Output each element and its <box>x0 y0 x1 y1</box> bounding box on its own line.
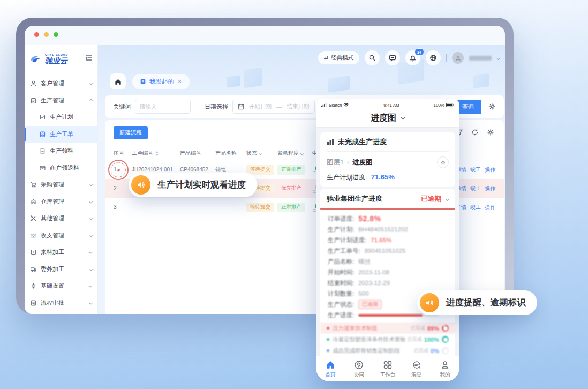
card-heading: 未完成生产进度 <box>327 137 449 152</box>
collapse-up-button[interactable] <box>437 156 449 168</box>
banner-building <box>227 75 240 88</box>
breadcrumb: 图层1 › 进度图 <box>327 152 449 172</box>
urgency-badge: 优先排产 <box>277 184 305 193</box>
tab-collaborate[interactable]: 协同 <box>345 356 374 381</box>
chevron-down-icon <box>89 267 93 271</box>
truck-icon <box>30 266 37 273</box>
sidebar-item-production-plan[interactable]: 生产计划 <box>25 109 97 126</box>
breadcrumb-parent[interactable]: 图层1 <box>327 158 344 167</box>
urgency-badge: 正常排产 <box>277 165 305 175</box>
tab-workbench[interactable]: 工作台 <box>373 356 402 381</box>
home-icon <box>326 360 335 370</box>
battery-status: 100% <box>434 103 454 108</box>
gear-icon <box>30 282 37 289</box>
detail-row: 订单进度:52.8% <box>328 213 448 224</box>
plan-progress-line: 生产计划进度: 71.65% <box>327 172 449 182</box>
complete-link[interactable]: 竣工 <box>470 204 481 211</box>
tab-profile[interactable]: 我的 <box>431 356 459 381</box>
date-start-placeholder: 开始日期 <box>249 103 272 110</box>
maximize-window-button[interactable] <box>54 32 58 37</box>
banner-building <box>473 73 489 88</box>
topbar-divider <box>446 54 447 62</box>
overdue-badge: 已逾期 <box>358 300 382 309</box>
sidebar-item-merchant-return[interactable]: 商户领退料 <box>25 160 97 177</box>
sidebar-item-other[interactable]: 其他管理 <box>25 210 97 227</box>
notification-bell-icon[interactable]: 34 <box>405 50 420 65</box>
chevron-down-icon <box>89 301 93 305</box>
progress-ring-icon <box>442 347 449 354</box>
signal-bars-icon <box>321 103 327 107</box>
sidebar-item-settings[interactable]: 基础设置 <box>25 278 97 295</box>
classic-mode-button[interactable]: ⇄ 经典模式 <box>318 51 359 64</box>
operate-link[interactable]: 操作 <box>485 185 495 192</box>
swap-icon: ⇄ <box>324 55 328 61</box>
detail-row: 生产计划:BH484051521202 <box>328 224 448 235</box>
sidebar: CHYE CLOUD 驰业云 客户管理 生产管理 <box>25 45 98 314</box>
sidebar-item-work-order[interactable]: 生产工单 <box>25 126 97 143</box>
header-code: 产品编号 <box>180 149 215 157</box>
sidebar-item-warehouse[interactable]: 仓库管理 <box>25 193 97 211</box>
callout-overdue-reminder: 进度提醒、逾期标识 <box>417 290 537 315</box>
progress-ring-icon <box>442 336 449 343</box>
minimize-window-button[interactable] <box>44 32 49 37</box>
phone-page-title[interactable]: 进度图 <box>316 109 459 128</box>
bullet-dot <box>327 327 329 330</box>
refresh-icon[interactable] <box>471 129 479 136</box>
date-range-picker[interactable]: 开始日期 — 结束日期 <box>232 100 315 114</box>
header-order[interactable]: 工单编号 <box>132 149 180 157</box>
globe-icon[interactable] <box>426 50 441 65</box>
file-icon <box>39 147 46 154</box>
tab-my-initiated[interactable]: 我发起的 ✕ <box>132 74 190 89</box>
sidebar-item-finance[interactable]: 收支管理 <box>25 227 97 244</box>
complete-link[interactable]: 竣工 <box>470 166 481 174</box>
close-tab-icon[interactable]: ✕ <box>177 79 182 85</box>
home-tab-button[interactable] <box>110 73 126 89</box>
window-controls <box>34 32 58 37</box>
date-label: 日期选择 <box>205 103 228 111</box>
work-order-icon <box>39 131 46 138</box>
logo-row: CHYE CLOUD 驰业云 <box>25 45 97 73</box>
banknote-icon <box>30 232 37 239</box>
approval-doc-icon <box>30 300 37 306</box>
overdue-status-label: 已逾期 <box>421 194 442 204</box>
avatar[interactable] <box>452 52 464 64</box>
operate-link[interactable]: 操作 <box>485 204 495 211</box>
status-badge: 等待提交 <box>246 203 274 212</box>
sidebar-item-material-request[interactable]: 生产领料 <box>25 143 97 160</box>
chevron-down-icon <box>89 234 93 237</box>
tab-messages[interactable]: 消息 <box>402 356 431 381</box>
sidebar-item-incoming-processing[interactable]: 来料加工 <box>25 244 97 261</box>
header-urgency[interactable]: 紧急程度 <box>277 149 312 157</box>
search-icon[interactable] <box>365 50 380 65</box>
task-row[interactable]: 冷凝定型塑造泽条件技术需验 已完成 100% <box>320 334 455 345</box>
chevron-up-icon <box>89 99 93 102</box>
sidebar-item-purchase[interactable]: 采购管理 <box>25 176 97 193</box>
sidebar-item-approval[interactable]: 流程审批 <box>25 295 97 312</box>
task-row[interactable]: 压力灌浆技术制造 已完成 89% <box>320 323 455 334</box>
sidebar-fold-icon[interactable] <box>85 54 93 64</box>
operate-link[interactable]: 操作 <box>485 166 495 174</box>
sidebar-item-customer[interactable]: 客户管理 <box>25 75 97 92</box>
close-window-button[interactable] <box>34 32 39 37</box>
calendar-icon <box>238 103 244 110</box>
group-progress-section: 驰业集团生产进度 已逾期 订单进度:52.8% 生产计划:BH484051521… <box>320 189 455 356</box>
breadcrumb-separator: › <box>347 159 349 166</box>
chevron-down-icon <box>496 56 500 59</box>
tab-home[interactable]: 首页 <box>316 356 345 381</box>
detail-row: 开始时间:2023-11-08 <box>328 267 448 278</box>
warehouse-icon <box>30 198 37 205</box>
header-status[interactable]: 状态 <box>246 149 277 157</box>
new-process-button[interactable]: 新建流程 <box>114 126 148 139</box>
complete-link[interactable]: 竣工 <box>470 185 481 192</box>
section-header[interactable]: 驰业集团生产进度 已逾期 <box>320 189 455 208</box>
sidebar-item-production[interactable]: 生产管理 <box>25 92 97 109</box>
table-settings-gear-icon[interactable] <box>487 129 494 136</box>
sidebar-menu: 客户管理 生产管理 生产计划 生产工单 <box>25 73 97 314</box>
username-redacted <box>469 56 492 61</box>
task-row[interactable]: 成品完成即将销售定制阶段 已完成 0% <box>320 345 455 356</box>
keyword-input[interactable] <box>135 100 191 114</box>
message-icon[interactable] <box>385 50 400 65</box>
sidebar-item-outsourcing[interactable]: 委外加工 <box>25 261 97 278</box>
date-separator: — <box>276 103 282 110</box>
filter-settings-gear-icon[interactable] <box>488 103 496 110</box>
